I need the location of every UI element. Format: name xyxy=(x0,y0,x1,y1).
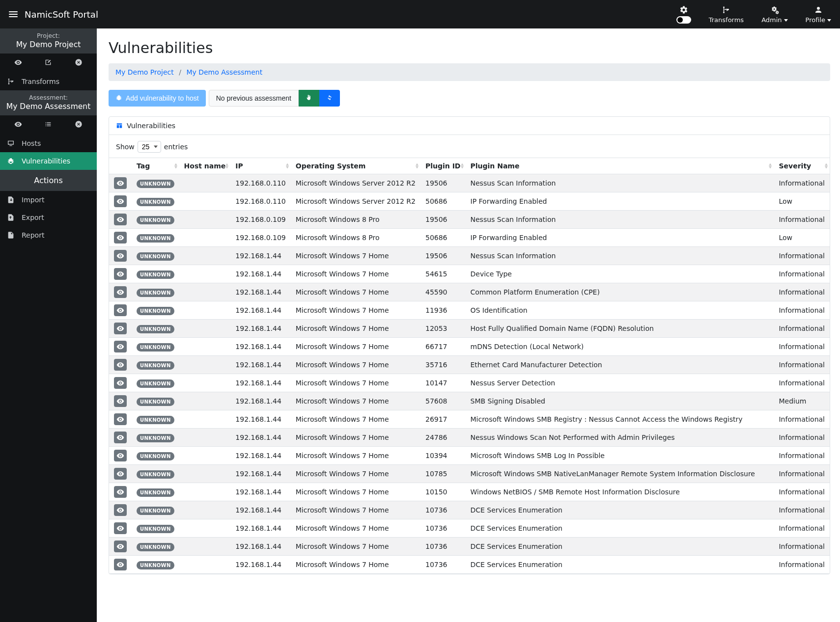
cell-hostname xyxy=(179,465,231,483)
cell-os: Microsoft Windows 7 Home xyxy=(291,265,420,283)
project-delete-icon[interactable] xyxy=(75,58,83,68)
view-row-button[interactable] xyxy=(114,377,127,389)
view-row-button[interactable] xyxy=(114,177,127,189)
view-row-button[interactable] xyxy=(114,232,127,243)
tag-pill: UNKNOWN xyxy=(137,325,174,333)
col-host[interactable]: Host name xyxy=(179,158,231,174)
cell-hostname xyxy=(179,247,231,265)
no-previous-assessment-button[interactable]: No previous assessment xyxy=(209,90,299,107)
cell-pluginid: 11936 xyxy=(420,301,466,320)
project-view-icon[interactable] xyxy=(14,58,22,68)
table-row: UNKNOWN192.168.1.44Microsoft Windows 7 H… xyxy=(109,538,830,556)
menu-toggle-icon[interactable] xyxy=(9,11,18,17)
col-pluginid[interactable]: Plugin ID xyxy=(420,158,466,174)
cell-os: Microsoft Windows 7 Home xyxy=(291,447,420,465)
view-row-button[interactable] xyxy=(114,323,127,334)
assessment-delete-icon[interactable] xyxy=(75,120,83,130)
table-row: UNKNOWN192.168.1.44Microsoft Windows 7 H… xyxy=(109,356,830,374)
view-row-button[interactable] xyxy=(114,432,127,443)
project-edit-icon[interactable] xyxy=(44,58,52,68)
project-iconrow xyxy=(0,54,97,73)
view-row-button[interactable] xyxy=(114,341,127,352)
cell-hostname xyxy=(179,265,231,283)
cell-severity: Informational xyxy=(774,538,830,556)
sidebar-item-label: Transforms xyxy=(22,78,59,85)
sidebar-item-vulnerabilities[interactable]: Vulnerabilities xyxy=(0,152,97,170)
cell-ip: 192.168.0.109 xyxy=(230,229,290,247)
view-row-button[interactable] xyxy=(114,541,127,552)
view-row-button[interactable] xyxy=(114,522,127,534)
tag-pill: UNKNOWN xyxy=(137,398,174,406)
cell-pluginname: DCE Services Enumeration xyxy=(466,538,774,556)
add-vulnerability-button[interactable]: Add vulnerability to host xyxy=(109,90,206,107)
assessment-view-icon[interactable] xyxy=(14,120,22,130)
col-ip[interactable]: IP xyxy=(230,158,290,174)
tag-pill: UNKNOWN xyxy=(137,307,174,315)
vulnerabilities-panel: Vulnerabilities Show 25 entries xyxy=(109,116,830,574)
sidebar-item-hosts[interactable]: Hosts xyxy=(0,135,97,152)
cell-severity: Informational xyxy=(774,301,830,320)
table-row: UNKNOWN192.168.1.44Microsoft Windows 7 H… xyxy=(109,301,830,320)
action-export[interactable]: Export xyxy=(0,209,97,226)
action-import[interactable]: Import xyxy=(0,191,97,209)
import-icon xyxy=(7,196,15,204)
cell-os: Microsoft Windows 7 Home xyxy=(291,247,420,265)
view-row-button[interactable] xyxy=(114,195,127,207)
tag-pill: UNKNOWN xyxy=(137,289,174,297)
breadcrumb-assessment[interactable]: My Demo Assessment xyxy=(186,68,262,76)
view-row-button[interactable] xyxy=(114,250,127,262)
project-label: Project: xyxy=(3,32,94,39)
table-row: UNKNOWN192.168.1.44Microsoft Windows 7 H… xyxy=(109,320,830,338)
cell-ip: 192.168.1.44 xyxy=(230,356,290,374)
assessment-list-icon[interactable] xyxy=(44,120,52,130)
cell-pluginid: 19506 xyxy=(420,174,466,192)
col-os[interactable]: Operating System xyxy=(291,158,420,174)
length-select[interactable]: 25 xyxy=(138,141,161,153)
nav-transforms[interactable]: Transforms xyxy=(709,5,744,24)
cell-ip: 192.168.1.44 xyxy=(230,247,290,265)
view-row-button[interactable] xyxy=(114,413,127,425)
nav-admin[interactable]: Admin xyxy=(761,5,787,24)
cell-pluginid: 66717 xyxy=(420,338,466,356)
view-row-button[interactable] xyxy=(114,504,127,516)
cell-severity: Informational xyxy=(774,483,830,501)
length-show: Show xyxy=(116,143,135,151)
export-icon xyxy=(7,214,15,221)
col-tag[interactable]: Tag xyxy=(132,158,179,174)
view-row-button[interactable] xyxy=(114,268,127,280)
view-row-button[interactable] xyxy=(114,286,127,298)
cell-hostname xyxy=(179,320,231,338)
cell-pluginid: 50686 xyxy=(420,229,466,247)
col-pluginname[interactable]: Plugin Name xyxy=(466,158,774,174)
cell-pluginid: 26917 xyxy=(420,410,466,429)
select-button[interactable] xyxy=(299,90,319,107)
view-row-button[interactable] xyxy=(114,395,127,407)
refresh-button[interactable] xyxy=(319,90,340,107)
cell-os: Microsoft Windows 7 Home xyxy=(291,410,420,429)
cell-pluginname: Windows NetBIOS / SMB Remote Host Inform… xyxy=(466,483,774,501)
view-row-button[interactable] xyxy=(114,359,127,371)
cell-os: Microsoft Windows 7 Home xyxy=(291,483,420,501)
col-severity[interactable]: Severity xyxy=(774,158,830,174)
view-row-button[interactable] xyxy=(114,214,127,225)
col-view[interactable] xyxy=(109,158,132,174)
view-row-button[interactable] xyxy=(114,486,127,498)
view-row-button[interactable] xyxy=(114,450,127,461)
cell-hostname xyxy=(179,229,231,247)
nav-profile[interactable]: Profile xyxy=(806,5,831,24)
view-row-button[interactable] xyxy=(114,559,127,570)
table-row: UNKNOWN192.168.0.109Microsoft Windows 8 … xyxy=(109,229,830,247)
table-row: UNKNOWN192.168.1.44Microsoft Windows 7 H… xyxy=(109,447,830,465)
cell-ip: 192.168.1.44 xyxy=(230,538,290,556)
breadcrumb-project[interactable]: My Demo Project xyxy=(115,68,174,76)
view-row-button[interactable] xyxy=(114,468,127,480)
tag-pill: UNKNOWN xyxy=(137,416,174,424)
theme-toggle[interactable] xyxy=(676,5,691,24)
cell-severity: Informational xyxy=(774,410,830,429)
tag-pill: UNKNOWN xyxy=(137,180,174,188)
cell-pluginname: mDNS Detection (Local Network) xyxy=(466,338,774,356)
cell-severity: Informational xyxy=(774,211,830,229)
sidebar-item-transforms[interactable]: Transforms xyxy=(0,73,97,90)
action-report[interactable]: Report xyxy=(0,226,97,244)
view-row-button[interactable] xyxy=(114,304,127,316)
